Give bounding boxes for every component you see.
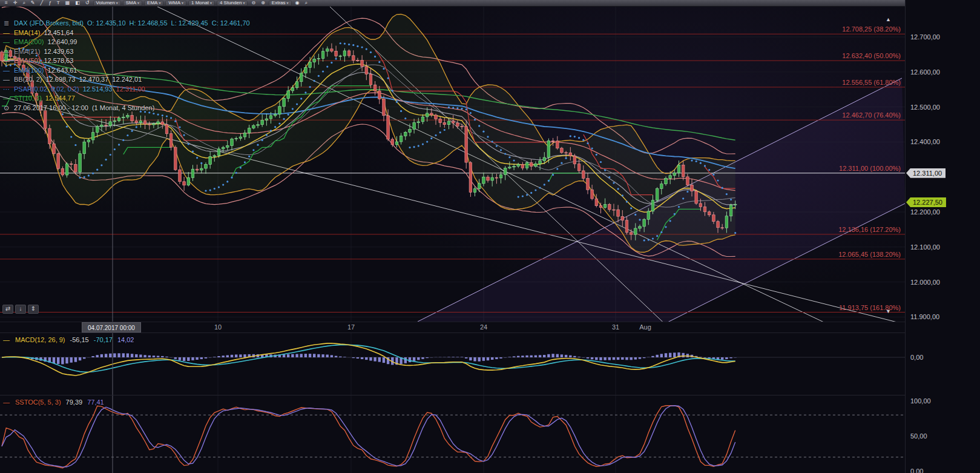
price-tick: 12.400,00: [910, 138, 940, 145]
scroll-horizontal-button[interactable]: ⇄: [2, 305, 13, 314]
crosshair-price-badge: 12.311,00: [906, 168, 945, 178]
legend-text: BB(20, 2): [14, 76, 42, 83]
instrument-marker-icon: ≣: [2, 19, 10, 28]
ema-200-marker-icon: —: [2, 38, 10, 47]
price-tick: 12.500,00: [910, 104, 940, 111]
legend-time-info[interactable]: ⊙27.06.2017 16:00 - 12:00(1 Monat, 4 Stu…: [2, 104, 254, 113]
chevron-down-icon: ▾: [137, 1, 139, 5]
chevron-down-icon: ▾: [210, 1, 212, 5]
legend-text: L: 12.429,45: [171, 19, 208, 27]
legend-text: 12.311,00: [116, 85, 145, 93]
stoc-axis-tick: 100,00: [910, 397, 931, 405]
legend-text: 12.578,63: [44, 57, 73, 64]
macd-value: -70,17: [94, 336, 113, 343]
legend-text: DAX (JFD Brokers, bid): [14, 19, 84, 27]
legend-text: 12.643,61: [48, 67, 77, 74]
legend-ema-21[interactable]: —EMA(21)12.439,63: [2, 47, 254, 57]
stoc-axis-tick: 0,00: [910, 468, 923, 473]
legend-text: EMA(100): [14, 67, 44, 74]
ema-100-marker-icon: —: [2, 66, 10, 76]
layout-icon[interactable]: ◧: [73, 1, 82, 6]
legend-text: 12.451,64: [44, 29, 73, 36]
volume-dropdown[interactable]: Volumen▾: [93, 1, 121, 6]
time-label-31: 31: [612, 323, 619, 331]
macd-value: 14,02: [117, 336, 134, 343]
time-label-10: 10: [214, 323, 222, 331]
wma-dropdown[interactable]: WMA▾: [165, 1, 186, 6]
stoc-axis-tick: 50,00: [910, 432, 927, 440]
legend-supertrend[interactable]: —ST(10, 3)12.544,77: [2, 94, 254, 104]
pane-marker-top-icon[interactable]: ▲: [886, 17, 891, 22]
cursor-icon[interactable]: ✛: [12, 1, 19, 6]
period-dropdown[interactable]: 1 Monat▾: [188, 1, 215, 6]
text-tool-icon[interactable]: T: [55, 1, 62, 6]
macd-legend[interactable]: —MACD(12, 26, 9)-56,15-70,1714,02: [2, 336, 139, 343]
zoom-in-icon[interactable]: ⊕: [259, 1, 267, 6]
pattern-icon[interactable]: ▦: [64, 1, 72, 6]
legend-text: 27.06.2017 16:00 - 12:00: [14, 104, 88, 111]
macd-panel[interactable]: —MACD(12, 26, 9)-56,15-70,1714,02: [0, 332, 905, 395]
price-axis[interactable]: 12.700,0012.600,0012.500,0012.400,0012.2…: [905, 0, 980, 473]
stochastic-panel[interactable]: —SSTOC(5, 5, 3)79,3977,41: [0, 395, 905, 473]
price-tick: 12.100,00: [910, 243, 940, 251]
stochastic-svg[interactable]: [0, 395, 905, 473]
ema-14-marker-icon: —: [2, 28, 10, 38]
ema-50-marker-icon: —: [2, 56, 10, 66]
legend-text: EMA(50): [14, 57, 40, 64]
undo-icon[interactable]: ↺: [84, 1, 91, 6]
user-icon[interactable]: ◉: [294, 1, 301, 6]
legend-bollinger[interactable]: —BB(20, 2)12.698,7312.470,3712.242,01: [2, 75, 254, 85]
legend-ema-200[interactable]: —EMA(200)12.640,99: [2, 38, 254, 47]
price-tick: 11.900,00: [910, 313, 939, 320]
supertrend-marker-icon: —: [2, 94, 10, 104]
zoom-icon[interactable]: ⌕: [21, 1, 27, 6]
macd-label: MACD(12, 26, 9): [15, 336, 65, 343]
fib-label: 12.311,00 (100.00%): [839, 165, 901, 172]
price-chart-panel[interactable]: 12.708,25 (38.20%)12.632,40 (50.00%)12.5…: [0, 7, 905, 322]
pane-marker-bottom-icon[interactable]: ▼: [886, 309, 891, 314]
fib-label: 12.556,55 (61.80%): [842, 79, 901, 86]
search-icon[interactable]: ⌕: [303, 1, 309, 6]
fib-label: 12.632,40 (50.00%): [842, 52, 901, 59]
legend-ema-50[interactable]: —EMA(50)12.578,63: [2, 56, 254, 66]
legend-text: 12.242,01: [112, 76, 142, 83]
interval-dropdown[interactable]: 4 Stunden▾: [217, 1, 248, 6]
top-toolbar: ≡✛⌕✎╱ƒT▦◧↺Volumen▾SMA▾EMA▾WMA▾1 Monat▾4 …: [0, 0, 980, 7]
macd-marker-icon: —: [2, 336, 10, 343]
chevron-down-icon: ▾: [182, 1, 183, 5]
price-tick: 12.000,00: [910, 279, 940, 286]
extras-dropdown[interactable]: Extras▾: [269, 1, 292, 6]
chart-nav-buttons: ⇄↓⇕: [2, 305, 39, 314]
fib-label: 12.708,25 (38.20%): [842, 25, 901, 33]
legend-text: 12.640,99: [48, 38, 77, 45]
sstoc-marker-icon: —: [2, 399, 10, 406]
ema-dropdown[interactable]: EMA▾: [144, 1, 163, 6]
legend-text: EMA(21): [14, 48, 40, 55]
auto-scale-button[interactable]: ⇕: [28, 305, 39, 314]
fibonacci-icon[interactable]: ƒ: [47, 1, 53, 6]
legend-text: 12.544,77: [45, 94, 75, 102]
pencil-icon[interactable]: ✎: [29, 1, 37, 6]
legend-ema-14[interactable]: —EMA(14)12.451,64: [2, 28, 254, 38]
fib-label: 12.065,45 (138.20%): [838, 251, 901, 258]
legend-ema-100[interactable]: —EMA(100)12.643,61: [2, 66, 254, 76]
legend-text: 12.698,73: [45, 76, 75, 83]
chart-legend: ≣DAX (JFD Brokers, bid)O: 12.435,10H: 12…: [2, 19, 254, 113]
zoom-out-icon[interactable]: ⊖: [249, 1, 257, 6]
stochastic-legend[interactable]: —SSTOC(5, 5, 3)79,3977,41: [2, 399, 109, 406]
ema-21-marker-icon: —: [2, 47, 10, 57]
fib-label: 12.136,16 (127.20%): [838, 226, 901, 233]
time-label-24: 24: [480, 323, 487, 331]
sma-dropdown[interactable]: SMA▾: [123, 1, 142, 6]
menu-icon[interactable]: ≡: [3, 1, 10, 6]
legend-text: ST(10, 3): [14, 94, 42, 102]
legend-psar[interactable]: ⋯PSAR(0.02, 0.02, 0.2)12.514,9312.311,00: [2, 85, 254, 94]
trendline-icon[interactable]: ╱: [39, 1, 45, 6]
time-axis[interactable]: 04.07.2017 00:00 10172431Aug: [0, 322, 905, 332]
macd-axis-tick: 0,00: [910, 354, 923, 361]
legend-text: 12.439,63: [44, 48, 73, 55]
bollinger-marker-icon: —: [2, 75, 10, 85]
legend-instrument[interactable]: ≣DAX (JFD Brokers, bid)O: 12.435,10H: 12…: [2, 19, 254, 28]
scroll-down-button[interactable]: ↓: [15, 305, 26, 314]
price-tick: 12.700,00: [910, 33, 940, 41]
